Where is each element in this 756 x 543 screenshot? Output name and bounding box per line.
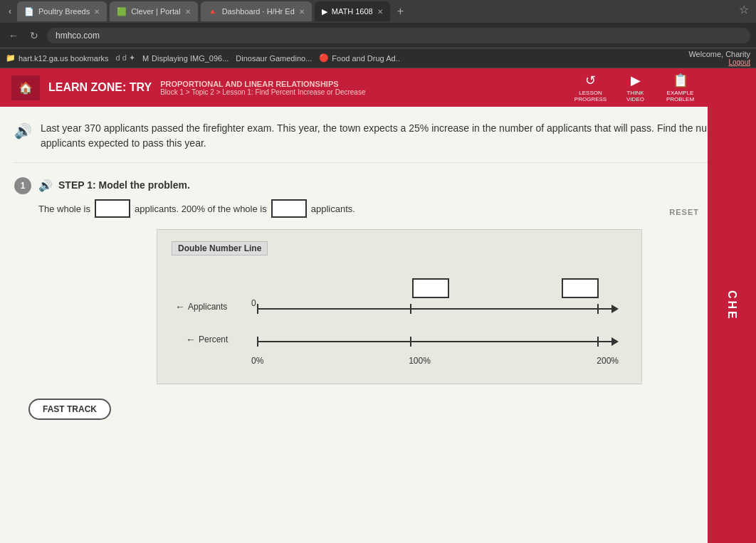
tab-label: MATH 1608 <box>332 7 373 16</box>
app-content: 🏠 LEARN ZONE: TRY PROPORTIONAL AND LINEA… <box>0 68 756 543</box>
back-button[interactable]: ← <box>6 28 21 43</box>
lesson-progress-label: LESSON PROGRESS <box>574 90 607 102</box>
percent-line-bar <box>257 341 613 342</box>
tick-mid-applicants <box>410 304 411 314</box>
body-prefix: The whole is <box>38 204 90 214</box>
url-text: hmhco.com <box>56 31 100 41</box>
bookmark-displaying[interactable]: M Displaying IMG_096... <box>142 54 229 63</box>
bottom-area: FAST TRACK <box>14 391 742 427</box>
food-icon: 🔴 <box>319 53 329 63</box>
welcome-label: Welcome, Charity <box>688 50 750 58</box>
reset-button-2[interactable]: RESET <box>669 208 699 216</box>
percent-label-text: Percent <box>199 334 228 344</box>
percent-arrow-head <box>611 337 619 346</box>
tab-bar: ‹ 📄 Poultry Breeds ✕ 🟩 Clever | Portal ✕… <box>0 0 756 23</box>
tick-zero-applicants <box>257 304 258 314</box>
step-body: The whole is applicants. 200% of the who… <box>38 199 705 218</box>
tab-close[interactable]: ✕ <box>94 8 100 16</box>
bookmark-dinosaur[interactable]: Dinosaur Gamedino... <box>236 54 312 63</box>
think-video-btn[interactable]: ▶ THINK VIDEO <box>616 73 655 102</box>
percent-200-label: 200% <box>597 356 619 366</box>
tick-right-applicants <box>597 304 599 314</box>
breadcrumb-top: PROPORTIONAL AND LINEAR RELATIONSHIPS <box>160 80 562 88</box>
zero-label: 0 <box>251 298 256 308</box>
percent-input[interactable] <box>271 199 307 218</box>
step-circle-1: 1 <box>14 177 31 194</box>
applicants-label-text: Applicants <box>188 302 227 312</box>
whole-input[interactable] <box>95 199 130 218</box>
percent-label: ← Percent <box>186 334 228 345</box>
problem-text: Last year 370 applicants passed the fire… <box>41 121 742 151</box>
step-title: 🔊 STEP 1: Model the problem. <box>38 177 705 192</box>
step-audio-icon[interactable]: 🔊 <box>38 179 53 192</box>
learn-zone-title: LEARN ZONE: TRY <box>48 81 152 94</box>
breadcrumb-area: PROPORTIONAL AND LINEAR RELATIONSHIPS Bl… <box>160 80 562 96</box>
bookmark-icon: 📁 <box>6 53 16 63</box>
body-middle: applicants. 200% of the whole is <box>135 204 267 214</box>
tab-icon: 🔺 <box>208 7 218 16</box>
bookmarks-bar: 📁 hart.k12.ga.us bookmarks d d ✦ M Displ… <box>0 48 756 68</box>
star-icon[interactable]: ☆ <box>739 3 749 16</box>
example-problem-icon: 📋 <box>673 73 688 88</box>
step-number: 1 <box>21 181 26 191</box>
welcome-text: Welcome, Charity Logout <box>688 50 750 66</box>
example-problem-btn[interactable]: 📋 EXAMPLE PROBLEM <box>661 73 700 102</box>
bookmark-label-4: Food and Drug Ad.. <box>332 54 399 63</box>
tab-close-4[interactable]: ✕ <box>377 8 383 16</box>
nl-input-mid[interactable] <box>412 278 449 298</box>
applicants-line-bar <box>257 308 613 310</box>
tab-dashboard[interactable]: 🔺 Dashboard · H/Hr Ed ✕ <box>201 1 312 21</box>
home-button[interactable]: 🏠 <box>11 75 40 100</box>
address-bar: ← ↻ hmhco.com <box>0 23 756 48</box>
nl-input-right[interactable] <box>562 278 599 298</box>
applicants-arrow-head <box>611 305 619 313</box>
number-line-section: RESET Double Number Line ← Applicants <box>14 229 699 384</box>
body-suffix: applicants. <box>311 204 355 214</box>
learn-zone-header: 🏠 LEARN ZONE: TRY PROPORTIONAL AND LINEA… <box>0 68 756 107</box>
tab-icon: ▶ <box>322 7 327 16</box>
bookmark-sep1: d d ✦ <box>116 53 135 63</box>
percent-left-arrow: ← <box>186 334 196 345</box>
problem-audio-icon[interactable]: 🔊 <box>14 122 32 139</box>
fast-track-button[interactable]: FAST TRACK <box>28 399 111 420</box>
back-arrow[interactable]: ‹ <box>6 5 14 18</box>
bookmark-label-2: Displaying IMG_096... <box>152 54 229 63</box>
browser-chrome: ‹ 📄 Poultry Breeds ✕ 🟩 Clever | Portal ✕… <box>0 0 756 68</box>
problem-section: 🔊 Last year 370 applicants passed the fi… <box>14 121 742 163</box>
bookmark-hart[interactable]: 📁 hart.k12.ga.us bookmarks <box>6 53 109 63</box>
tab-math[interactable]: ▶ MATH 1608 ✕ <box>315 1 390 21</box>
bookmark-icon-m: M <box>142 54 149 63</box>
new-tab-button[interactable]: + <box>393 5 408 18</box>
tab-close-2[interactable]: ✕ <box>185 8 191 16</box>
step-section: 1 🔊 STEP 1: Model the problem. The whole… <box>14 177 742 218</box>
refresh-button[interactable]: ↻ <box>27 28 41 43</box>
check-button[interactable]: CHE <box>708 68 756 543</box>
tick-mid-percent <box>410 337 411 347</box>
applicants-label: ← Applicants <box>175 301 227 312</box>
bookmark-label: hart.k12.ga.us bookmarks <box>19 54 109 63</box>
example-problem-label: EXAMPLE PROBLEM <box>666 90 694 102</box>
logout-link[interactable]: Logout <box>688 58 750 66</box>
lesson-progress-btn[interactable]: ↺ LESSON PROGRESS <box>571 73 610 102</box>
lesson-progress-icon: ↺ <box>585 73 596 88</box>
tab-label: Poultry Breeds <box>38 7 90 16</box>
tab-label: Dashboard · H/Hr Ed <box>222 7 295 16</box>
url-box[interactable]: hmhco.com <box>47 28 750 43</box>
tab-clever-portal[interactable]: 🟩 Clever | Portal ✕ <box>110 1 198 21</box>
percent-0-label: 0% <box>251 356 263 366</box>
bookmark-label-3: Dinosaur Gamedino... <box>236 54 312 63</box>
number-line-container: Double Number Line ← Applicants <box>157 229 642 384</box>
bookmark-food[interactable]: 🔴 Food and Drug Ad.. <box>319 53 399 63</box>
tab-close-3[interactable]: ✕ <box>299 8 305 16</box>
step-title-text: STEP 1: Model the problem. <box>58 179 190 191</box>
step-content: 🔊 STEP 1: Model the problem. The whole i… <box>38 177 705 218</box>
tab-icon: 📄 <box>24 7 34 16</box>
breadcrumb-bottom: Block 1 > Topic 2 > Lesson 1: Find Perce… <box>160 88 562 96</box>
percent-100-label: 100% <box>409 356 431 366</box>
tab-label: Clever | Portal <box>131 7 181 16</box>
tab-poultry-breeds[interactable]: 📄 Poultry Breeds ✕ <box>17 1 107 21</box>
number-line-wrapper: ← Applicants 0 <box>257 277 627 369</box>
applicants-left-arrow: ← <box>175 301 185 312</box>
number-line-title: Double Number Line <box>172 241 268 255</box>
tab-icon: 🟩 <box>117 7 127 16</box>
